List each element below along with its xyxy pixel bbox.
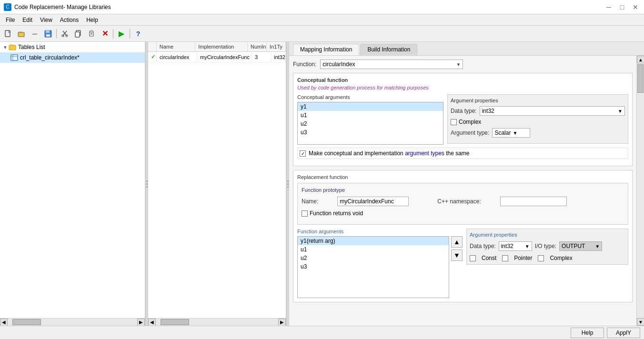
- open-button[interactable]: [15, 28, 28, 40]
- name-namespace-row: Name: C++ namespace:: [302, 197, 624, 206]
- args-up-button[interactable]: ▲: [451, 236, 463, 248]
- left-scroll-thumb[interactable]: [12, 319, 41, 325]
- name-input[interactable]: [337, 197, 409, 206]
- replacement-title: Replacement function: [297, 174, 628, 180]
- argument-types-link[interactable]: argument types: [405, 150, 444, 157]
- help-button-bottom[interactable]: Help: [571, 328, 604, 338]
- menu-actions[interactable]: Actions: [56, 16, 82, 24]
- func-arg-u1[interactable]: u1: [298, 245, 449, 254]
- scroll-down-arrow[interactable]: ▼: [637, 318, 644, 326]
- svg-rect-2: [19, 33, 24, 36]
- conceptual-arg-y1[interactable]: y1: [298, 102, 443, 111]
- data-type-dropdown[interactable]: int32 ▼: [480, 106, 625, 116]
- complex-right-checkbox[interactable]: [538, 255, 544, 261]
- toolbar-separator-1: [56, 29, 57, 39]
- table-item-label: crl_table_circularIndex*: [20, 54, 80, 61]
- make-conceptual-checkbox[interactable]: [300, 150, 306, 157]
- cut-button[interactable]: [59, 28, 71, 40]
- separator-button[interactable]: –: [29, 28, 41, 40]
- left-scroll-left[interactable]: ◀: [0, 319, 8, 326]
- function-value: circularIndex: [322, 61, 355, 68]
- scroll-up-arrow[interactable]: ▲: [637, 56, 644, 63]
- conceptual-arg-u3[interactable]: u3: [298, 128, 443, 137]
- returns-void-row: Function returns void: [302, 210, 624, 217]
- conceptual-args-list[interactable]: y1 u1 u2 u3: [297, 102, 443, 145]
- function-dropdown[interactable]: circularIndex ▼: [320, 60, 463, 69]
- arg-type-dropdown[interactable]: Scalar ▼: [492, 128, 530, 138]
- menu-view[interactable]: View: [36, 16, 56, 24]
- mid-scroll-left[interactable]: ◀: [148, 319, 156, 326]
- right-scrollbar[interactable]: ▲ ▼: [636, 56, 644, 326]
- close-button[interactable]: ✕: [631, 3, 640, 11]
- arg-type-label: Argument type:: [451, 130, 489, 136]
- conceptual-two-col: Conceptual arguments y1 u1 u2 u3: [297, 94, 628, 145]
- func-arg-u2[interactable]: u2: [298, 254, 449, 262]
- func-arg-u3[interactable]: u3: [298, 262, 449, 271]
- left-scroll-right[interactable]: ▶: [137, 319, 145, 326]
- expand-icon[interactable]: ▼: [3, 45, 9, 50]
- table-row[interactable]: ✓ circularIndex myCircularIndexFunc 3 in…: [148, 52, 286, 62]
- scrollbar-track[interactable]: [637, 63, 644, 318]
- conceptual-arg-u1[interactable]: u1: [298, 111, 443, 120]
- splitter-dot-2: [146, 183, 148, 185]
- conceptual-args-col: Conceptual arguments y1 u1 u2 u3: [297, 94, 443, 145]
- data-type-right-dropdown[interactable]: int32 ▼: [499, 241, 532, 251]
- returns-void-checkbox[interactable]: [302, 210, 308, 217]
- new-button[interactable]: [2, 28, 14, 40]
- svg-rect-11: [75, 32, 80, 37]
- splitter2-dot-3: [287, 186, 289, 188]
- apply-button[interactable]: ApplY: [607, 328, 640, 338]
- svg-rect-4: [46, 30, 50, 33]
- namespace-input[interactable]: [500, 197, 567, 206]
- func-arg-y1[interactable]: y1(return arg): [298, 237, 449, 245]
- args-down-button[interactable]: ▼: [451, 249, 463, 261]
- tab-build[interactable]: Build Information: [360, 44, 417, 55]
- menu-file[interactable]: File: [2, 16, 19, 24]
- io-type-dropdown[interactable]: OUTPUT ▼: [559, 241, 602, 251]
- conceptual-arg-u2[interactable]: u2: [298, 120, 443, 128]
- mid-scroll-track[interactable]: [156, 319, 278, 326]
- arg-props-title: Argument properties: [451, 98, 625, 103]
- row-in1type: int32: [271, 52, 286, 62]
- complex-right-label: Complex: [550, 255, 572, 261]
- complex-checkbox[interactable]: [451, 119, 457, 125]
- paste-button[interactable]: [85, 28, 98, 40]
- table-header: Name Implementation NumIn In1Ty: [148, 42, 286, 52]
- middle-panel: Name Implementation NumIn In1Ty ✓ circul…: [148, 42, 286, 326]
- middle-h-scrollbar[interactable]: ◀ ▶: [148, 318, 286, 326]
- make-conceptual-text: Make conceptual and implementation argum…: [309, 150, 470, 157]
- copy-button[interactable]: [72, 28, 84, 40]
- run-button[interactable]: ▶: [115, 28, 128, 40]
- toolbar-separator-2: [113, 29, 113, 39]
- tables-list-label: Tables List: [18, 44, 45, 50]
- help-button[interactable]: ?: [132, 28, 144, 40]
- mid-scroll-thumb[interactable]: [161, 319, 189, 325]
- tables-list-root[interactable]: ▼ Tables List: [0, 42, 145, 52]
- menu-edit[interactable]: Edit: [19, 16, 36, 24]
- data-type-right-value: int32: [501, 243, 513, 249]
- arg-props-right-title: Argument properties: [470, 232, 625, 238]
- menu-help[interactable]: Help: [82, 16, 102, 24]
- save-button[interactable]: [42, 28, 54, 40]
- func-args-left: Function arguments y1(return arg) u1 u2 …: [297, 229, 463, 298]
- toolbar: – ✕ ▶ ?: [0, 26, 644, 42]
- right-panel: Mapping Information Build Information Fu…: [289, 42, 644, 326]
- delete-button[interactable]: ✕: [99, 28, 111, 40]
- minimize-button[interactable]: ─: [604, 3, 614, 11]
- mid-scroll-right[interactable]: ▶: [278, 319, 286, 326]
- name-label: Name:: [302, 198, 318, 205]
- left-scroll-track[interactable]: [8, 319, 137, 326]
- splitter-dot-3: [146, 186, 148, 188]
- row-impl: myCircularIndexFunc: [197, 52, 252, 62]
- pointer-checkbox[interactable]: [502, 255, 508, 261]
- tab-mapping[interactable]: Mapping Information: [293, 44, 359, 55]
- const-checkbox[interactable]: [470, 255, 476, 261]
- col-in1ty: In1Ty: [267, 42, 286, 51]
- maximize-button[interactable]: □: [617, 3, 627, 11]
- table-item-circular[interactable]: crl_table_circularIndex*: [0, 52, 145, 63]
- namespace-label: C++ namespace:: [437, 198, 481, 205]
- function-label: Function:: [293, 61, 316, 68]
- scrollbar-thumb[interactable]: [637, 64, 644, 93]
- left-h-scrollbar[interactable]: ◀ ▶: [0, 318, 145, 326]
- func-args-list[interactable]: y1(return arg) u1 u2 u3: [297, 236, 449, 298]
